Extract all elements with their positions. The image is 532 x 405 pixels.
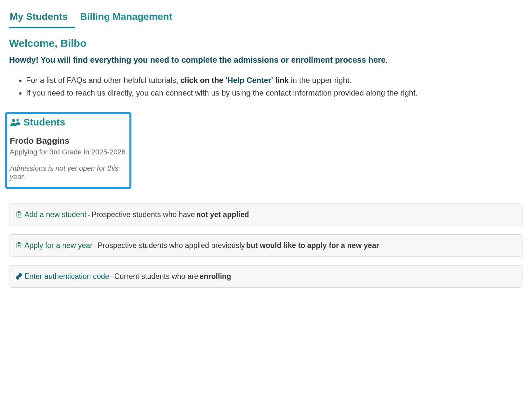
tip-faq-post: in the upper right. xyxy=(289,76,352,85)
apply-sep: - xyxy=(94,241,97,250)
clipboard-plus-icon xyxy=(15,242,22,249)
auth-bold: enrolling xyxy=(200,272,231,281)
link-icon xyxy=(15,273,22,280)
apply-text: Prospective students who applied previou… xyxy=(98,241,245,250)
tip-faq: For a list of FAQs and other helpful tut… xyxy=(26,74,523,86)
apply-new-year-button[interactable]: Apply for a new year - Prospective stude… xyxy=(9,234,523,257)
intro-bold: Howdy! You will find everything you need… xyxy=(9,55,386,64)
welcome-heading: Welcome, Bilbo xyxy=(9,37,523,49)
auth-code-link: Enter authentication code xyxy=(24,272,109,281)
tips-list: For a list of FAQs and other helpful tut… xyxy=(26,74,523,99)
students-header: Students xyxy=(10,117,127,130)
intro-text: Howdy! You will find everything you need… xyxy=(9,54,523,66)
add-text: Prospective students who have xyxy=(91,210,195,219)
tip-contact: If you need to reach us directly, you ca… xyxy=(26,87,523,99)
auth-text: Current students who are xyxy=(114,272,198,281)
add-bold: not yet applied xyxy=(196,210,249,219)
tip-faq-click: click on the xyxy=(180,76,226,85)
tip-faq-help: 'Help Center' xyxy=(226,76,273,85)
students-title: Students xyxy=(23,117,65,128)
tip-faq-pre: For a list of FAQs and other helpful tut… xyxy=(26,76,180,85)
apply-year-link: Apply for a new year xyxy=(24,241,93,250)
add-student-link: Add a new student xyxy=(24,210,86,219)
svg-point-0 xyxy=(12,119,15,122)
student-name: Frodo Baggins xyxy=(10,136,127,146)
apply-bold: but would like to apply for a new year xyxy=(246,241,379,250)
users-icon xyxy=(10,118,20,126)
clipboard-plus-icon xyxy=(15,211,22,218)
students-highlight: Students Frodo Baggins Applying for 3rd … xyxy=(5,112,131,189)
student-status: Admissions is not yet open for this year… xyxy=(10,164,127,181)
add-new-student-button[interactable]: Add a new student - Prospective students… xyxy=(9,203,523,226)
svg-point-1 xyxy=(16,119,19,121)
tab-my-students[interactable]: My Students xyxy=(9,7,75,28)
tip-faq-link: link xyxy=(273,76,289,85)
add-sep: - xyxy=(88,210,90,219)
tab-billing-management[interactable]: Billing Management xyxy=(79,7,179,28)
divider xyxy=(9,196,523,196)
enter-auth-code-button[interactable]: Enter authentication code - Current stud… xyxy=(9,265,523,288)
student-meta: Applying for 3rd Grade in 2025-2026 xyxy=(10,148,127,156)
tabs-bar: My Students Billing Management xyxy=(9,7,523,28)
auth-sep: - xyxy=(111,272,113,281)
